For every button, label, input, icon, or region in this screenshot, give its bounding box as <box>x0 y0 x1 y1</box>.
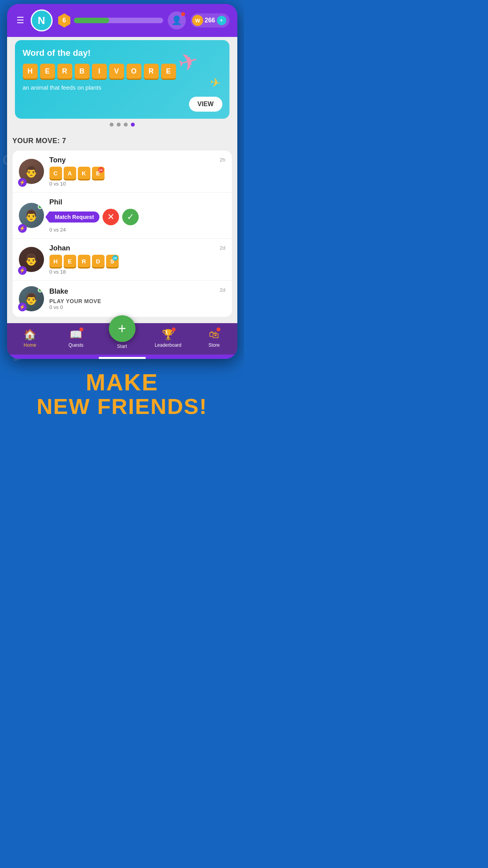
leaderboard-label: Leaderboard <box>155 342 182 348</box>
xp-bar-background <box>74 18 163 23</box>
start-label: Start <box>117 344 127 349</box>
promo-line1: MAKE <box>37 371 207 394</box>
coins-value: 266 <box>205 17 215 24</box>
tile-C: C <box>50 167 62 179</box>
tile-H: H <box>23 64 38 79</box>
word-tiles-johan: H E R D S 18 <box>50 255 226 267</box>
score-badge-tony: 10 <box>98 167 104 173</box>
quests-icon: 📖 <box>70 329 82 341</box>
home-icon: 🏠 <box>24 329 36 341</box>
tile-O: O <box>127 64 141 79</box>
score-phil: 0 vs 24 <box>50 227 226 233</box>
score-tony: 0 vs 10 <box>50 181 226 187</box>
coins-display: W 266 + <box>191 13 229 28</box>
phone-frame: ☰ N 6 👤 W 266 + <box>7 4 237 359</box>
xp-bar-fill <box>74 18 110 23</box>
tile-R: R <box>57 64 72 79</box>
lightning-blake: ⚡ <box>18 303 27 311</box>
add-coins-button[interactable]: + <box>217 16 226 25</box>
user-avatar[interactable]: N <box>31 9 53 31</box>
online-dot-phil <box>38 204 42 209</box>
nav-quests[interactable]: 📖 Quests <box>53 329 99 348</box>
tile-R2: R <box>144 64 159 79</box>
lightning-phil: ⚡ <box>18 224 27 233</box>
store-label: Store <box>209 342 220 348</box>
view-word-button[interactable]: VIEW <box>189 97 222 112</box>
game-info-tony: Tony C A K E 10 0 vs 10 <box>50 156 226 187</box>
tile-E: E <box>40 64 55 79</box>
level-badge: 6 <box>57 13 72 28</box>
tile-E-herds: E <box>64 255 76 267</box>
top-nav: ☰ N 6 👤 W 266 + <box>7 4 237 37</box>
game-info-johan: Johan H E R D S 18 0 vs 18 <box>50 244 226 275</box>
match-request-row: Match Request ✕ ✓ <box>50 209 226 225</box>
player-name-blake: Blake <box>50 287 226 296</box>
carousel-dot-2[interactable] <box>117 123 121 127</box>
tile-D-herds: D <box>92 255 105 267</box>
nav-leaderboard[interactable]: 🏆 Leaderboard <box>145 329 191 348</box>
reject-match-button[interactable]: ✕ <box>103 209 119 225</box>
game-info-phil: Phil Match Request ✕ ✓ 0 vs 24 <box>50 198 226 233</box>
lightning-johan: ⚡ <box>18 266 27 275</box>
match-request-badge: Match Request <box>50 211 100 223</box>
word-of-day-banner: Word of the day! H E R B I V O R E an an… <box>15 40 229 119</box>
tile-E-cake: E 10 <box>92 167 105 179</box>
game-item-phil[interactable]: 👨 ⚡ Phil Match Request ✕ ✓ 0 v <box>13 193 232 239</box>
play-your-move-label: PLAY YOUR MOVE <box>50 298 226 304</box>
tile-H-herds: H <box>50 255 62 267</box>
online-dot-blake <box>38 288 42 292</box>
carousel-dots <box>7 119 237 131</box>
profile-notification-dot <box>181 12 185 16</box>
carousel-dot-4[interactable] <box>131 123 135 127</box>
tile-S-herds: S 18 <box>106 255 119 267</box>
time-tony: 2h <box>220 157 225 163</box>
quests-label: Quests <box>68 342 83 348</box>
leaderboard-notification-dot <box>172 327 176 331</box>
game-info-blake: Blake PLAY YOUR MOVE 0 vs 0 <box>50 287 226 310</box>
profile-button[interactable]: 👤 <box>168 11 186 29</box>
nav-home[interactable]: 🏠 Home <box>7 329 53 348</box>
promo-section: MAKE NEW FRIENDS! <box>29 359 215 427</box>
coin-icon: W <box>192 15 203 26</box>
tile-I: I <box>92 64 107 79</box>
games-list: 👨 ⚡ Tony C A K E 10 <box>13 151 232 317</box>
game-item-johan[interactable]: 👨 ⚡ Johan H E R D S 18 <box>13 239 232 281</box>
tile-R-herds: R <box>78 255 90 267</box>
time-johan: 2d <box>220 245 225 251</box>
tile-K: K <box>78 167 90 179</box>
nav-start[interactable]: + Start <box>99 327 145 349</box>
games-section: YOUR MOVE: 7 👨 ⚡ Tony C A K <box>7 131 237 323</box>
player-name-tony: Tony <box>50 156 226 164</box>
promo-line2: NEW FRIENDS! <box>37 394 207 419</box>
tile-E2: E <box>161 64 176 79</box>
home-label: Home <box>24 342 36 348</box>
word-definition: an animal that feeds on plants <box>23 84 222 91</box>
game-item-tony[interactable]: 👨 ⚡ Tony C A K E 10 <box>13 151 232 193</box>
score-johan: 0 vs 18 <box>50 269 226 275</box>
leaderboard-icon: 🏆 <box>162 329 174 341</box>
time-blake: 2d <box>220 287 225 293</box>
tile-V: V <box>109 64 124 79</box>
menu-button[interactable]: ☰ <box>15 14 26 27</box>
nav-store[interactable]: 🛍 Store <box>191 329 237 348</box>
section-title: YOUR MOVE: 7 <box>13 137 232 145</box>
carousel-dot-3[interactable] <box>124 123 128 127</box>
score-badge-johan: 18 <box>112 255 118 261</box>
game-item-blake[interactable]: 👨 ⚡ Blake PLAY YOUR MOVE 0 vs 0 2d <box>13 281 232 317</box>
score-blake: 0 vs 0 <box>50 304 226 310</box>
quests-notification-dot <box>79 327 83 331</box>
store-notification-dot <box>216 327 220 331</box>
carousel-dot-1[interactable] <box>110 123 114 127</box>
paper-plane-small-icon: ✈ <box>209 75 222 91</box>
store-icon: 🛍 <box>209 329 219 341</box>
lightning-tony: ⚡ <box>18 178 27 187</box>
accept-match-button[interactable]: ✓ <box>122 209 139 225</box>
bottom-nav: 🏠 Home 📖 Quests + Start 🏆 Leaderbo <box>7 323 237 355</box>
start-fab-button[interactable]: + <box>109 315 136 342</box>
word-tiles-tony: C A K E 10 <box>50 167 226 179</box>
tile-B: B <box>75 64 90 79</box>
tile-A: A <box>64 167 76 179</box>
player-name-phil: Phil <box>50 198 226 206</box>
player-name-johan: Johan <box>50 244 226 252</box>
level-bar: 6 <box>57 13 163 28</box>
